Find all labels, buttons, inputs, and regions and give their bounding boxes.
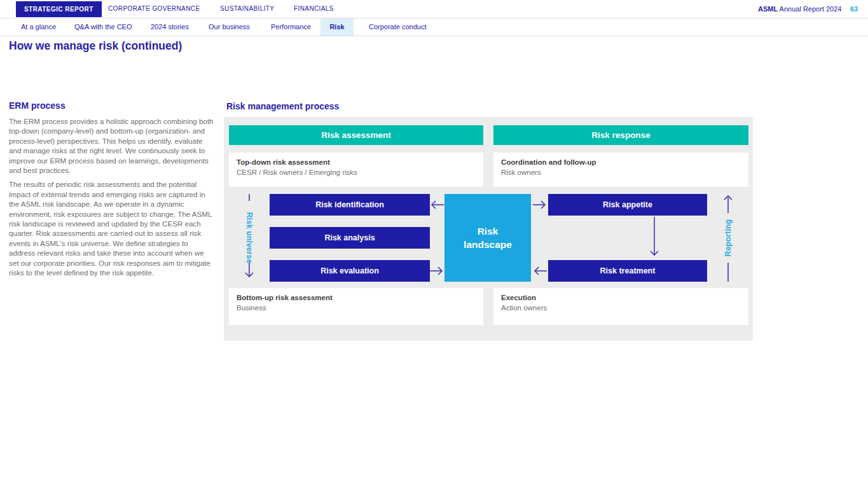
nav-section-strategic-report[interactable]: STRATEGIC REPORT: [16, 1, 102, 17]
rail-risk-universe: Risk universe: [242, 194, 257, 282]
step-risk-appetite: Risk appetite: [548, 194, 707, 216]
page-number: 63: [850, 0, 858, 18]
risk-management-process-heading: Risk management process: [226, 101, 339, 111]
subnav-item-2024-stories[interactable]: 2024 stories: [151, 18, 189, 36]
step-risk-evaluation: Risk evaluation: [270, 260, 430, 282]
card-title: Coordination and follow-up: [501, 158, 741, 166]
report-brand: ASML Annual Report 2024: [758, 0, 841, 18]
nav-section-corporate-governance[interactable]: CORPORATE GOVERNANCE: [108, 0, 200, 18]
arrow-evaluation-to-landscape-icon: [429, 266, 445, 276]
card-title: Bottom-up risk assessment: [237, 294, 476, 301]
erm-process-heading: ERM process: [9, 100, 214, 111]
subnav-item-our-business[interactable]: Our business: [209, 18, 250, 36]
card-subtitle: Action owners: [501, 304, 741, 312]
subnav-item-qa-with-ceo[interactable]: Q&A with the CEO: [74, 18, 132, 36]
erm-process-section: ERM process The ERM process provides a h…: [9, 100, 214, 282]
rail-reporting: Reporting: [720, 194, 736, 282]
erm-paragraph-2: The results of periodic risk assessments…: [9, 179, 214, 277]
card-title: Execution: [501, 294, 741, 301]
nav-section-sustainability[interactable]: SUSTAINABILITY: [220, 0, 274, 18]
arrow-appetite-to-treatment-icon: [649, 217, 659, 259]
card-title: Top-down risk assessment: [237, 158, 476, 166]
phase-bar-risk-assessment: Risk assessment: [229, 125, 483, 145]
arrow-landscape-to-identification-icon: [429, 200, 445, 210]
brand-subtitle: Annual Report 2024: [778, 5, 841, 13]
arrow-landscape-to-appetite-icon: [532, 200, 548, 210]
erm-paragraph-1: The ERM process provides a holistic appr…: [9, 116, 214, 175]
card-coordination-follow-up: Coordination and follow-up Risk owners: [493, 153, 748, 187]
subnav-item-performance[interactable]: Performance: [271, 18, 311, 36]
card-subtitle: CESR / Risk owners / Emerging risks: [237, 169, 476, 176]
risk-management-diagram: Risk assessment Risk response Top-down r…: [224, 117, 753, 341]
risk-universe-label: Risk universe: [245, 212, 254, 264]
subnav-item-corporate-conduct[interactable]: Corporate conduct: [369, 18, 427, 36]
arrow-treatment-to-landscape-icon: [532, 266, 548, 276]
step-risk-identification: Risk identification: [270, 194, 430, 216]
nav-section-financials[interactable]: FINANCIALS: [294, 0, 334, 18]
card-top-down-risk-assessment: Top-down risk assessment CESR / Risk own…: [229, 153, 483, 187]
step-risk-treatment: Risk treatment: [548, 260, 707, 282]
risk-landscape-box: Risk landscape: [444, 194, 531, 282]
page-canvas: STRATEGIC REPORT CORPORATE GOVERNANCE SU…: [0, 0, 868, 489]
card-subtitle: Risk owners: [501, 169, 741, 176]
card-bottom-up-risk-assessment: Bottom-up risk assessment Business: [229, 288, 483, 325]
secondary-navigation-bar: At a glance Q&A with the CEO 2024 storie…: [0, 18, 868, 36]
subnav-item-risk-active[interactable]: Risk: [320, 18, 354, 36]
card-execution: Execution Action owners: [493, 288, 748, 325]
reporting-label: Reporting: [724, 219, 733, 256]
step-risk-analysis: Risk analysis: [270, 227, 430, 249]
top-navigation-bar: STRATEGIC REPORT CORPORATE GOVERNANCE SU…: [0, 0, 868, 18]
risk-landscape-label: Risk landscape: [458, 224, 517, 251]
phase-bar-risk-response: Risk response: [493, 125, 748, 145]
brand-name: ASML: [758, 5, 778, 13]
card-subtitle: Business: [237, 304, 476, 312]
page-title: How we manage risk (continued): [9, 39, 182, 53]
subnav-item-at-a-glance[interactable]: At a glance: [21, 18, 56, 36]
nav-section-label: STRATEGIC REPORT: [24, 6, 93, 13]
